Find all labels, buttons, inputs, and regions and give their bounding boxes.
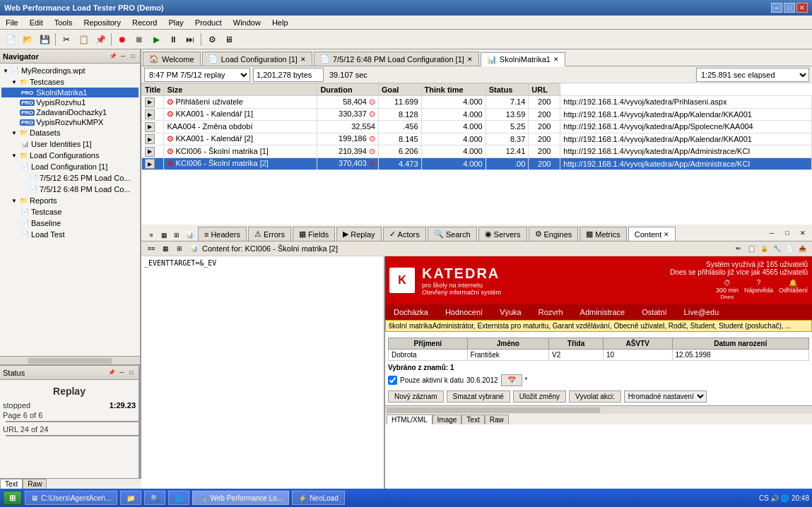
cf-tool5[interactable]: 📄 (784, 243, 795, 254)
start-button[interactable]: ⊞ (3, 491, 22, 505)
subtab-engines[interactable]: ⚙ Engines (529, 227, 579, 241)
taskbar-item-loadtester[interactable]: 🔧 Web Performance Lo... (192, 491, 289, 505)
tree-item-baseline[interactable]: 📄 Baseline (1, 217, 139, 229)
nav-pin-button[interactable]: 📌 (109, 52, 117, 61)
subtab-min-button[interactable]: □ (779, 225, 795, 241)
nav-ostatni[interactable]: Ostatní (633, 306, 675, 318)
paste-button[interactable]: 📌 (93, 32, 108, 47)
subtab-content[interactable]: Content ✕ (628, 227, 676, 241)
status-max-button[interactable]: □ (127, 369, 136, 377)
server-button[interactable]: 🖥 (221, 32, 237, 47)
subtab-restore-button[interactable]: ─ (764, 225, 779, 241)
katedra-btn-ulozit[interactable]: Uložit změny (513, 390, 566, 402)
close-button[interactable]: ✕ (796, 3, 808, 13)
table-row[interactable]: ▶ ⊙ KCI006 - Školní matrika [1] 210,394 … (142, 145, 812, 158)
subtab-tool2[interactable]: ▦ (158, 229, 170, 241)
table-row[interactable]: ▶ ⊙ KCI006 - Školní matrika [2] 370,403 … (142, 157, 812, 170)
nav-vyuka[interactable]: Výuka (491, 306, 530, 318)
row-expand-button[interactable]: ▶ (145, 159, 155, 169)
nav-hscroll[interactable] (0, 356, 140, 364)
menu-window[interactable]: Window (230, 18, 264, 27)
tree-item-loadtest[interactable]: 📄 Load Test (1, 229, 139, 240)
minimize-button[interactable]: ─ (771, 3, 782, 13)
status-min-button[interactable]: ─ (117, 369, 126, 377)
menu-help[interactable]: Help (269, 18, 291, 27)
tree-item-loadconfig3[interactable]: 📄 7/5/12 6:48 PM Load Co... (1, 184, 139, 195)
table-row[interactable]: ▶ ⊙ KKA001 - Kalendář [1] 330,337 ⊙ 8.12… (142, 108, 812, 121)
tree-item-testcase[interactable]: 📄 Testcase (1, 206, 139, 217)
bc-tab-raw[interactable]: Raw (485, 414, 509, 424)
bc-tab-htmlxml[interactable]: HTML/XML (387, 414, 433, 424)
nav-min-button[interactable]: ─ (119, 52, 127, 61)
katedra-filter-checkbox[interactable] (388, 376, 397, 385)
nav-dochazka[interactable]: Docházka (385, 306, 437, 318)
nav-liveatdu[interactable]: Live@edu (676, 306, 728, 318)
copy-button[interactable]: 📋 (76, 32, 91, 47)
tree-root-file[interactable]: ▼ 📄 MyRecordings.wpt (1, 65, 139, 76)
open-button[interactable]: 📂 (20, 32, 35, 47)
subtab-tool4[interactable]: 📊 (184, 229, 195, 241)
elapsed-selector[interactable]: 1:25.891 sec elapsed (696, 68, 809, 82)
taskbar-item-browser[interactable]: 🌐 (168, 491, 189, 505)
tree-reports-group[interactable]: ▼ 📁 Reports (1, 195, 139, 206)
katedra-akce-dropdown[interactable]: Hromadné nastavení (624, 390, 707, 402)
katedra-btn-smazat[interactable]: Smazat vybrané (447, 390, 510, 402)
taskbar-item-folder[interactable]: 📁 (120, 491, 141, 505)
tree-item-loadconfig1[interactable]: 📄 Load Configuration [1] (1, 161, 139, 172)
subtab-metrics[interactable]: ▦ Metrics (579, 227, 626, 241)
subtab-replay[interactable]: ▶ Replay (336, 227, 381, 241)
cf-tool4[interactable]: 🔧 (771, 243, 782, 254)
table-row[interactable]: ▶ ⊙ Přihlášení uživatele 58,404 ⊙ 11.699… (142, 96, 812, 109)
row-expand-button[interactable]: ▶ (145, 122, 155, 132)
tree-item-loadconfig2[interactable]: 📄 7/5/12 6:25 PM Load Co... (1, 172, 139, 184)
play-button[interactable]: ▶ (148, 32, 164, 47)
cf-tool6[interactable]: 📤 (796, 243, 808, 254)
taskbar-item-neoload[interactable]: ⚡ NeoLoad (292, 491, 345, 505)
katedra-table-row[interactable]: Dobrota František V2 10 12.05.1998 (389, 350, 809, 361)
menu-play[interactable]: Play (165, 18, 186, 27)
tab-skolni[interactable]: 📊 SkolniMatrika1 ✕ (481, 52, 565, 66)
subtab-headers[interactable]: ≡ Headers (198, 227, 247, 241)
menu-record[interactable]: Record (129, 18, 160, 27)
row-expand-button[interactable]: ▶ (145, 147, 155, 157)
subtab-actors[interactable]: ✓ Actors (383, 227, 426, 241)
tree-loadconfigs-group[interactable]: ▼ 📁 Load Configurations (1, 150, 139, 161)
table-row[interactable]: ▶ ⊙ KKA001 - Kalendář [2] 199,186 ⊙ 8.14… (142, 133, 812, 145)
replay-selector[interactable]: 8:47 PM 7/5/12 replay (144, 68, 250, 82)
cut-button[interactable]: ✂ (59, 32, 74, 47)
menu-tools[interactable]: Tools (52, 18, 76, 27)
row-expand-button[interactable]: ▶ (145, 109, 155, 119)
stop-button[interactable]: ⏹ (131, 32, 147, 47)
subtab-tool1[interactable]: ≡ (146, 229, 157, 241)
row-expand-button[interactable]: ▶ (145, 97, 155, 107)
tree-item-useridentities[interactable]: 📊 User Identities [1] (1, 138, 139, 150)
subtab-content-close[interactable]: ✕ (664, 231, 669, 238)
cf-btn1[interactable]: ≡≡ (146, 243, 157, 254)
row-expand-button[interactable]: ▶ (145, 134, 155, 144)
loadconfig2-tab-close[interactable]: ✕ (467, 56, 473, 63)
katedra-btn-akce[interactable]: Vyvolat akci: (569, 390, 621, 402)
subtab-errors[interactable]: ⚠ Errors (248, 227, 291, 241)
tree-datasets-group[interactable]: ▼ 📁 Datasets (1, 127, 139, 138)
status-pin-button[interactable]: 📌 (107, 369, 116, 377)
nav-hodnoceni[interactable]: Hodnocení (437, 306, 491, 318)
subtab-servers[interactable]: ◉ Servers (478, 227, 527, 241)
tab-welcome[interactable]: 🏠 Welcome (143, 52, 201, 66)
tree-item-vypisrozvhukmpx[interactable]: PRO VypisRozvhuKMPX (1, 117, 139, 127)
skolni-tab-close[interactable]: ✕ (553, 56, 559, 63)
maximize-button[interactable]: □ (784, 3, 795, 13)
right-content-hscroll[interactable] (385, 405, 812, 414)
settings-button[interactable]: ⚙ (204, 32, 220, 47)
nav-rozvrh[interactable]: Rozvrh (530, 306, 572, 318)
menu-product[interactable]: Product (192, 18, 225, 27)
tree-testcases-group[interactable]: ▼ 📁 Testcases (1, 76, 139, 88)
subtab-tool3[interactable]: ⊞ (171, 229, 182, 241)
nav-max-button[interactable]: □ (129, 52, 137, 61)
new-button[interactable]: 📄 (3, 32, 18, 47)
taskbar-item-explorer[interactable]: 🖥 C:\Users\AgentAcer\... (25, 491, 117, 505)
menu-file[interactable]: File (3, 18, 21, 27)
tab-load-config2[interactable]: 📄 7/5/12 6:48 PM Load Configuration [1] … (314, 52, 479, 66)
menu-edit[interactable]: Edit (27, 18, 46, 27)
table-row[interactable]: ▶ KAA004 - Změna období 32,554 .456 4.00… (142, 121, 812, 133)
cf-tool3[interactable]: 🔒 (758, 243, 770, 254)
